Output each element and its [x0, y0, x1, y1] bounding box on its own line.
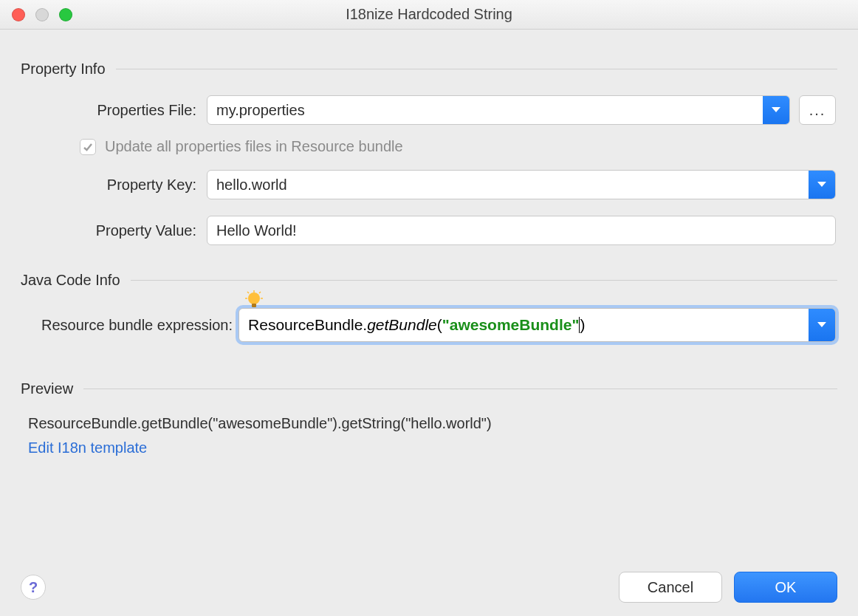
window-title: I18nize Hardcoded String	[0, 6, 858, 23]
section-java-code: Java Code Info	[21, 272, 837, 289]
section-label: Preview	[21, 380, 73, 397]
section-preview: Preview	[21, 380, 837, 397]
property-key-combo[interactable]: hello.world	[207, 170, 836, 199]
update-all-label: Update all properties files in Resource …	[105, 138, 403, 155]
browse-button[interactable]: ...	[799, 95, 836, 125]
property-value-input[interactable]: Hello World!	[207, 216, 836, 245]
preview-code: ResourceBundle.getBundle("awesomeBundle"…	[28, 415, 837, 432]
edit-i18n-template-link[interactable]: Edit I18n template	[28, 439, 837, 456]
chevron-down-icon[interactable]	[809, 171, 835, 199]
section-label: Java Code Info	[21, 272, 120, 289]
chevron-down-icon[interactable]	[763, 96, 789, 124]
cancel-button[interactable]: Cancel	[619, 572, 722, 603]
resource-bundle-expr-input[interactable]: ResourceBundle.getBundle("awesomeBundle"…	[238, 308, 836, 342]
svg-rect-1	[252, 304, 256, 307]
property-key-label: Property Key:	[61, 177, 207, 194]
section-rule	[131, 280, 837, 281]
section-label: Property Info	[21, 61, 106, 78]
close-icon[interactable]	[12, 8, 25, 21]
update-all-checkbox[interactable]	[80, 139, 96, 155]
lightbulb-icon[interactable]	[244, 290, 264, 309]
property-value-label: Property Value:	[61, 222, 207, 239]
properties-file-combo[interactable]: my.properties	[207, 95, 790, 125]
window-controls	[0, 8, 72, 21]
section-rule	[83, 389, 837, 389]
section-rule	[116, 69, 837, 69]
titlebar: I18nize Hardcoded String	[0, 0, 858, 30]
help-button[interactable]: ?	[21, 575, 46, 600]
section-property-info: Property Info	[21, 61, 837, 78]
maximize-icon[interactable]	[59, 8, 72, 21]
minimize-icon[interactable]	[35, 8, 49, 21]
properties-file-label: Properties File:	[61, 102, 207, 119]
chevron-down-icon[interactable]	[809, 309, 835, 341]
update-all-row: Update all properties files in Resource …	[61, 138, 837, 155]
ok-button[interactable]: OK	[734, 572, 837, 603]
resource-bundle-expr-label: Resource bundle expression:	[41, 317, 238, 334]
svg-point-0	[248, 292, 260, 304]
property-key-value: hello.world	[207, 171, 809, 199]
properties-file-value: my.properties	[207, 96, 763, 124]
dialog-footer: ? Cancel OK	[21, 572, 837, 603]
resource-bundle-expr-value: ResourceBundle.getBundle("awesomeBundle"…	[239, 309, 809, 341]
